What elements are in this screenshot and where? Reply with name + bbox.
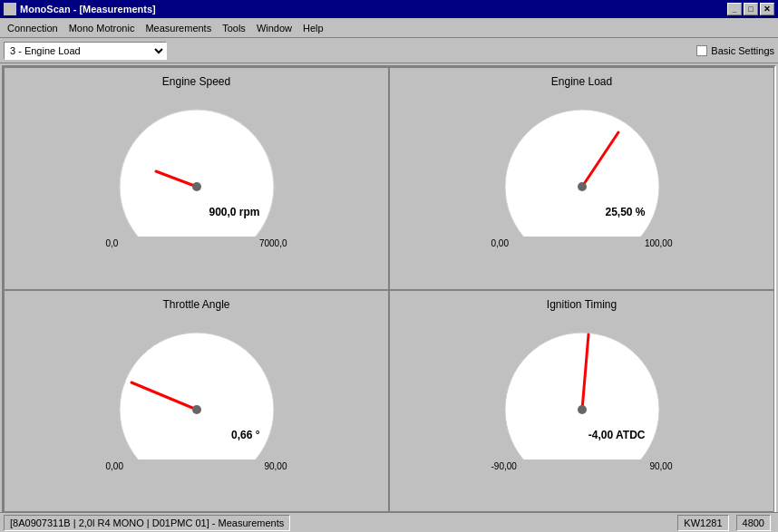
engine-load-title: Engine Load: [551, 75, 612, 88]
menu-bar: Connection Mono Motronic Measurements To…: [0, 18, 778, 38]
minimize-button[interactable]: _: [727, 3, 742, 15]
throttle-angle-max: 90,00: [264, 461, 287, 471]
throttle-angle-labels: 0,00 90,00: [106, 461, 287, 471]
engine-speed-panel: Engine Speed /* ticks drawn inline below…: [4, 67, 389, 290]
toolbar: 3 - Engine Load Basic Settings: [0, 38, 778, 63]
ignition-timing-max: 90,00: [649, 461, 672, 471]
engine-load-min: 0,00: [491, 238, 509, 248]
throttle-angle-panel: Throttle Angle 0,66 ° 0,00 90,00: [4, 290, 389, 513]
throttle-angle-min: 0,00: [106, 461, 123, 471]
status-right: KW1281 4800: [677, 515, 774, 531]
basic-settings-label: Basic Settings: [711, 45, 774, 56]
svg-point-68: [578, 182, 587, 191]
svg-point-102: [192, 405, 201, 414]
basic-settings-area: Basic Settings: [696, 45, 774, 56]
svg-point-34: [192, 182, 201, 191]
throttle-angle-value: 0,66 °: [231, 429, 260, 441]
engine-speed-max: 7000,0: [259, 238, 287, 248]
gauge-grid: Engine Speed /* ticks drawn inline below…: [2, 65, 776, 514]
ignition-timing-labels: -90,00 90,00: [491, 461, 673, 471]
engine-load-max: 100,00: [645, 238, 673, 248]
throttle-angle-title: Throttle Angle: [162, 298, 229, 311]
status-kw: KW1281: [677, 515, 728, 531]
menu-tools[interactable]: Tools: [217, 21, 251, 35]
engine-speed-value: 900,0 rpm: [209, 206, 259, 218]
engine-speed-gauge: /* ticks drawn inline below */: [106, 92, 287, 237]
engine-speed-min: 0,0: [106, 238, 119, 248]
maximize-button[interactable]: □: [744, 3, 758, 15]
ignition-timing-min: -90,00: [491, 461, 517, 471]
engine-speed-title: Engine Speed: [162, 75, 230, 88]
engine-speed-svg: /* ticks drawn inline below */: [106, 92, 287, 237]
app-icon: [4, 3, 16, 15]
throttle-angle-gauge: 0,66 °: [106, 314, 287, 459]
engine-load-panel: Engine Load 25,50 % 0,00 100,00: [389, 67, 774, 290]
svg-point-136: [578, 405, 587, 414]
engine-load-labels: 0,00 100,00: [491, 238, 673, 248]
window-title: MonoScan - [Measurements]: [20, 4, 156, 15]
status-value-text: 4800: [743, 517, 764, 528]
status-value: 4800: [736, 515, 771, 531]
menu-connection[interactable]: Connection: [2, 21, 63, 35]
menu-window[interactable]: Window: [251, 21, 297, 35]
basic-settings-checkbox[interactable]: [696, 45, 707, 56]
menu-measurements[interactable]: Measurements: [140, 21, 217, 35]
engine-load-value: 25,50 %: [605, 206, 645, 218]
status-kw-text: KW1281: [684, 517, 722, 528]
ignition-timing-title: Ignition Timing: [547, 298, 617, 311]
close-button[interactable]: ✕: [760, 3, 774, 15]
status-info-text: [8A0907311B | 2,0l R4 MONO | D01PMC 01] …: [10, 517, 284, 528]
engine-load-gauge: 25,50 %: [491, 92, 673, 237]
ignition-timing-gauge: -4,00 ATDC: [491, 314, 673, 459]
menu-help[interactable]: Help: [297, 21, 329, 35]
status-info: [8A0907311B | 2,0l R4 MONO | D01PMC 01] …: [4, 515, 290, 531]
channel-select[interactable]: 3 - Engine Load: [4, 42, 167, 60]
title-bar: MonoScan - [Measurements] _ □ ✕: [0, 0, 778, 18]
status-bar: [8A0907311B | 2,0l R4 MONO | D01PMC 01] …: [0, 512, 778, 532]
ignition-timing-panel: Ignition Timing -4,00 ATDC -90,00 90,00: [389, 290, 774, 513]
window-controls: _ □ ✕: [727, 3, 774, 15]
engine-speed-labels: 0,0 7000,0: [106, 238, 287, 248]
ignition-timing-value: -4,00 ATDC: [588, 429, 646, 441]
menu-mono-motronic[interactable]: Mono Motronic: [63, 21, 141, 35]
